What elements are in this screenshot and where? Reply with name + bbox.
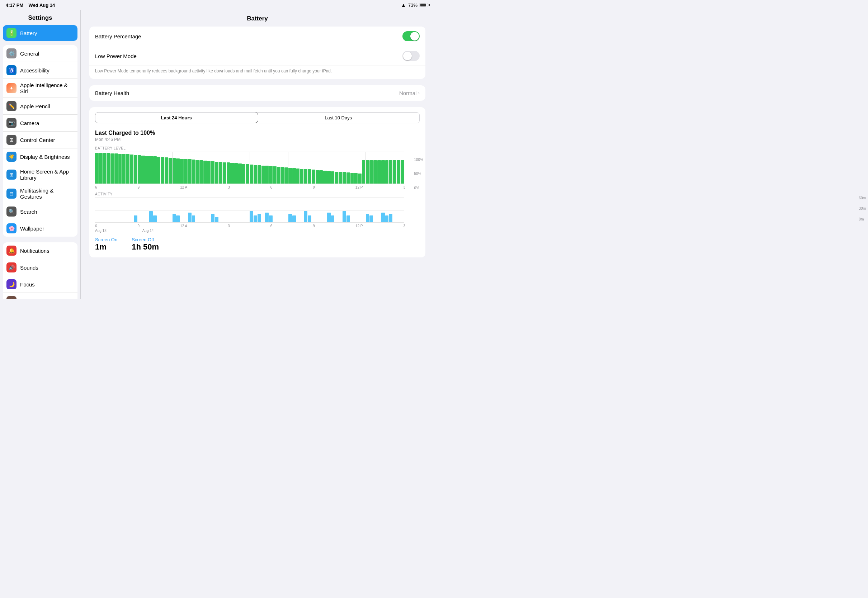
xl-12p: 12 P <box>355 185 363 189</box>
screen-off-label: Screen Off <box>132 237 159 242</box>
sidebar-general-label: General <box>20 51 39 57</box>
sidebar-item-battery-selected[interactable]: 🔋 Battery <box>3 25 78 41</box>
battery-bar <box>265 166 269 184</box>
activity-bar <box>288 214 292 223</box>
activity-bar <box>211 214 214 223</box>
sidebar-group-2: 🔔 Notifications 🔊 Sounds 🌙 Focus ⏱ Scree… <box>3 242 78 299</box>
battery-health-value: Normal <box>399 90 416 96</box>
sidebar-pencil-label: Apple Pencil <box>20 103 50 109</box>
battery-chart-wrapper <box>95 152 404 184</box>
battery-bar <box>184 159 188 184</box>
activity-bar <box>176 215 180 223</box>
low-power-toggle[interactable] <box>403 51 420 61</box>
battery-bar <box>172 158 176 184</box>
vgrid-4 <box>250 152 250 184</box>
activity-section: ACTIVITY 60m 30m 0m <box>89 192 425 233</box>
last-charged-info: Last Charged to 100% Mon 4:46 PM <box>89 127 425 144</box>
battery-bar <box>292 168 296 184</box>
battery-chart-card: Last 24 Hours Last 10 Days Last Charged … <box>89 107 425 257</box>
sidebar-item-control[interactable]: ⊞ Control Center <box>3 132 78 148</box>
battery-bar <box>223 162 226 184</box>
battery-bar <box>234 163 238 184</box>
content-area: Battery Battery Percentage Low Power Mod… <box>81 10 434 299</box>
battery-bar <box>192 160 196 184</box>
sidebar-item-search[interactable]: 🔍 Search <box>3 203 78 220</box>
content-title: Battery <box>81 10 434 27</box>
sounds-icon: 🔊 <box>6 262 16 272</box>
xl-3a: 3 <box>228 185 230 189</box>
battery-fill <box>421 4 426 6</box>
toggle-knob <box>410 32 419 40</box>
sidebar-item-focus[interactable]: 🌙 Focus <box>3 276 78 293</box>
activity-bar <box>188 212 192 223</box>
screen-on-stat: Screen On 1m <box>95 237 117 252</box>
time: 4:17 PM <box>6 3 23 8</box>
tab-10d[interactable]: Last 10 Days <box>257 112 420 123</box>
battery-bar <box>327 171 331 184</box>
sidebar-multitask-label: Multitasking & Gestures <box>20 187 74 200</box>
battery-bar <box>145 156 149 184</box>
sidebar-item-ai[interactable]: ✦ Apple Intelligence & Siri <box>3 79 78 98</box>
sidebar-item-multitask[interactable]: ⊟ Multitasking & Gestures <box>3 184 78 203</box>
wallpaper-icon: 🌸 <box>6 223 16 233</box>
screen-off-stat: Screen Off 1h 50m <box>132 237 159 252</box>
battery-bar <box>308 169 311 184</box>
battery-percentage-toggle[interactable] <box>403 31 420 41</box>
activity-bar <box>346 215 350 223</box>
battery-bar <box>254 165 257 184</box>
battery-bar <box>281 167 284 184</box>
battery-bar <box>377 160 381 184</box>
sidebar-title: Settings <box>0 10 80 25</box>
home-icon: ⊞ <box>6 170 16 179</box>
sidebar-item-screentime[interactable]: ⏱ Screen Time <box>3 293 78 299</box>
battery-bar <box>284 167 288 184</box>
xla-12a: 12 A <box>180 224 187 228</box>
sidebar-item-general[interactable]: ⚙️ General <box>3 45 78 62</box>
display-icon: ☀️ <box>6 152 16 162</box>
battery-bar <box>343 172 346 184</box>
sidebar-item-display[interactable]: ☀️ Display & Brightness <box>3 148 78 165</box>
battery-bar <box>134 155 138 184</box>
battery-bar <box>176 158 180 184</box>
sidebar-item-home[interactable]: ⊞ Home Screen & App Library <box>3 165 78 184</box>
battery-icon <box>420 3 428 7</box>
battery-bar <box>111 154 114 184</box>
sidebar-item-accessibility[interactable]: ♿ Accessibility <box>3 62 78 79</box>
battery-health-row[interactable]: Battery Health Normal › <box>89 85 425 101</box>
battery-bar <box>331 171 335 184</box>
sidebar-item-pencil[interactable]: ✏️ Apple Pencil <box>3 98 78 115</box>
sidebar-item-wallpaper[interactable]: 🌸 Wallpaper <box>3 220 78 237</box>
activity-bar <box>381 212 385 223</box>
battery-bar <box>385 160 389 184</box>
battery-bar <box>138 155 141 184</box>
vgrid-3 <box>211 152 211 184</box>
battery-bar <box>188 159 192 184</box>
activity-bar <box>292 215 296 223</box>
vgrid-6 <box>327 152 327 184</box>
chevron-icon: › <box>418 90 420 96</box>
sidebar-item-sounds[interactable]: 🔊 Sounds <box>3 259 78 276</box>
activity-bar <box>265 212 269 223</box>
sidebar-item-notifications[interactable]: 🔔 Notifications <box>3 242 78 259</box>
battery-bar <box>238 163 242 184</box>
activity-bar <box>172 214 176 223</box>
battery-bar <box>335 172 338 184</box>
tab-24h[interactable]: Last 24 Hours <box>95 112 258 123</box>
notifications-icon: 🔔 <box>6 245 16 256</box>
battery-bar <box>130 154 133 184</box>
sidebar-item-camera[interactable]: 📷 Camera <box>3 115 78 132</box>
sidebar: Settings 🔋 Battery ⚙️ General ♿ Accessib… <box>0 10 81 299</box>
activity-bar <box>343 211 346 223</box>
battery-bar <box>95 153 99 184</box>
xla-9a: 9 <box>138 224 140 228</box>
screen-on-value: 1m <box>95 242 117 252</box>
date-aug13: Aug 13 <box>95 229 106 233</box>
battery-bar <box>204 161 207 184</box>
screen-stats: Screen On 1m Screen Off 1h 50m <box>89 233 425 257</box>
xl-6a: 6 <box>95 185 97 189</box>
battery-bar <box>401 160 404 184</box>
sidebar-camera-label: Camera <box>20 120 39 126</box>
multitask-icon: ⊟ <box>6 188 16 199</box>
battery-icon-selected: 🔋 <box>6 28 16 38</box>
activity-bar <box>308 215 311 223</box>
